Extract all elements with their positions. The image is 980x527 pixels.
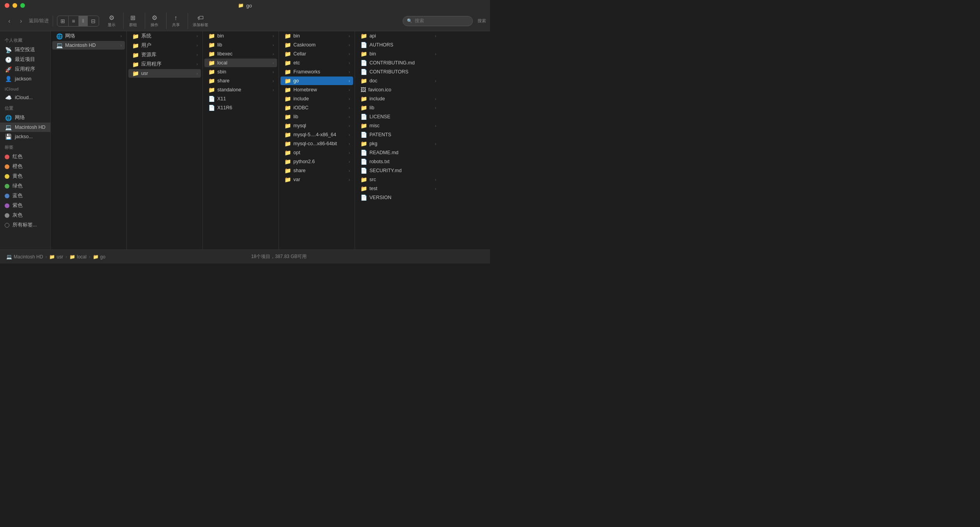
icloud-section-title: iCloud: [0, 84, 50, 93]
search-box[interactable]: 🔍 搜索: [403, 16, 473, 26]
add-tag-button[interactable]: 🏷 添加标签: [190, 13, 211, 29]
col2-user[interactable]: 📁 用户 ›: [128, 41, 201, 50]
col3-lib[interactable]: 📁 lib ›: [204, 41, 277, 49]
col4-var[interactable]: 📁 var ›: [281, 175, 353, 184]
col4-homebrew[interactable]: 📁 Homebrew ›: [281, 85, 353, 94]
group-menu-button[interactable]: ⊞ 群组: [125, 12, 141, 29]
blue-tag-dot: [5, 194, 9, 198]
sidebar-item-applications[interactable]: 🚀 应用程序: [0, 64, 50, 74]
col5-CONTRIBUTING[interactable]: 📄 CONTRIBUTING.md: [357, 59, 439, 67]
col3-X11[interactable]: 📄 X11: [204, 94, 277, 103]
col5-doc[interactable]: 📁 doc ›: [357, 77, 439, 85]
col5-lib[interactable]: 📁 lib ›: [357, 103, 439, 112]
forward-button[interactable]: ›: [16, 16, 27, 27]
breadcrumb-local[interactable]: 📁 local: [69, 254, 87, 260]
bin-icon: 📁: [208, 33, 215, 39]
sidebar-item-macintosh-hd[interactable]: 💻 Macintosh HD: [0, 123, 50, 132]
col4-include[interactable]: 📁 include ›: [281, 94, 353, 103]
sidebar-item-jackso[interactable]: 💾 jackso...: [0, 132, 50, 141]
close-button[interactable]: [5, 3, 9, 8]
minimize-button[interactable]: [12, 3, 17, 8]
col5-pkg[interactable]: 📁 pkg ›: [357, 139, 439, 148]
col5-favicon[interactable]: 🖼 favicon.ico: [357, 85, 439, 94]
col2-usr[interactable]: 📁 usr ›: [128, 69, 201, 78]
col5-SECURITY[interactable]: 📄 SECURITY.md: [357, 166, 439, 175]
sidebar-tag-red[interactable]: 红色: [0, 152, 50, 162]
local-chevron: ›: [273, 61, 274, 65]
view-column-button[interactable]: ⫴: [79, 16, 88, 26]
var-name: var: [293, 177, 346, 182]
col4-frameworks[interactable]: 📁 Frameworks ›: [281, 68, 353, 76]
col4-caskroom[interactable]: 📁 Caskroom ›: [281, 41, 353, 49]
sidebar-item-recents[interactable]: 🕐 最近项目: [0, 55, 50, 64]
include-name: include: [293, 96, 346, 101]
usr-chevron: ›: [197, 71, 198, 76]
col3-X11R6[interactable]: 📄 X11R6: [204, 103, 277, 112]
col4-python2[interactable]: 📁 python2.6 ›: [281, 157, 353, 166]
col5-bin[interactable]: 📁 bin ›: [357, 50, 439, 58]
sidebar-item-network[interactable]: 🌐 网络: [0, 113, 50, 123]
col5-CONTRIBUTORS[interactable]: 📄 CONTRIBUTORS: [357, 68, 439, 76]
sidebar-item-airdrop[interactable]: 📡 隔空投送: [0, 45, 50, 55]
display-menu-button[interactable]: ⚙ 显示: [104, 12, 119, 29]
col5-robots[interactable]: 📄 robots.txt: [357, 157, 439, 166]
col3-share[interactable]: 📁 share ›: [204, 77, 277, 85]
col5-README[interactable]: 📄 README.md: [357, 148, 439, 157]
sidebar-tag-blue[interactable]: 蓝色: [0, 191, 50, 201]
col1-network[interactable]: 🌐 网络 ›: [52, 32, 125, 41]
sidebar-tag-yellow[interactable]: 黄色: [0, 171, 50, 181]
col2-library[interactable]: 📁 资源库 ›: [128, 50, 201, 59]
contributing-name: CONTRIBUTING.md: [369, 60, 436, 66]
col5-PATENTS[interactable]: 📄 PATENTS: [357, 130, 439, 139]
col4-mysqlco[interactable]: 📁 mysql-co...x86-64bit ›: [281, 139, 353, 148]
col4-lib[interactable]: 📁 lib ›: [281, 112, 353, 121]
api-icon: 📁: [360, 33, 367, 39]
col2-applications[interactable]: 📁 应用程序 ›: [128, 60, 201, 69]
col4-go[interactable]: 📁 go ›: [281, 77, 353, 85]
back-button[interactable]: ‹: [4, 16, 15, 27]
col5-test[interactable]: 📁 test ›: [357, 184, 439, 193]
share-button[interactable]: ↑ 共享: [168, 13, 184, 29]
col1-macintosh-hd[interactable]: 💻 Macintosh HD ›: [52, 41, 125, 50]
col3-sbin[interactable]: 📁 sbin ›: [204, 68, 277, 76]
col4-opt[interactable]: 📁 opt ›: [281, 148, 353, 157]
col5-src[interactable]: 📁 src ›: [357, 175, 439, 184]
sidebar-item-icloud[interactable]: ☁️ iCloud...: [0, 93, 50, 102]
sidebar-tag-orange[interactable]: 橙色: [0, 162, 50, 171]
sidebar-tag-all[interactable]: 所有标签...: [0, 220, 50, 230]
sidebar-tag-green[interactable]: 绿色: [0, 181, 50, 191]
breadcrumb-go[interactable]: 📁 go: [93, 254, 105, 260]
sidebar-item-jackson[interactable]: 👤 jackson: [0, 74, 50, 84]
col3-libexec[interactable]: 📁 libexec ›: [204, 50, 277, 58]
col4-cellar[interactable]: 📁 Cellar ›: [281, 50, 353, 58]
col2-system[interactable]: 📁 系统 ›: [128, 32, 201, 41]
view-gallery-button[interactable]: ⊟: [88, 16, 99, 26]
col4-bin[interactable]: 📁 bin ›: [281, 32, 353, 40]
col4-etc[interactable]: 📁 etc ›: [281, 59, 353, 67]
var-icon: 📁: [284, 176, 291, 183]
col3-local[interactable]: 📁 local ›: [204, 59, 277, 67]
col5-include[interactable]: 📁 include ›: [357, 94, 439, 103]
col3-standalone[interactable]: 📁 standalone ›: [204, 85, 277, 94]
breadcrumb-usr[interactable]: 📁 usr: [49, 254, 63, 260]
col5-AUTHORS[interactable]: 📄 AUTHORS: [357, 41, 439, 49]
col5-api[interactable]: 📁 api ›: [357, 32, 439, 40]
col5-misc[interactable]: 📁 misc ›: [357, 121, 439, 130]
action-menu-button[interactable]: ⚙ 操作: [147, 12, 162, 29]
opt-chevron: ›: [349, 151, 350, 155]
cellar-chevron: ›: [349, 52, 350, 56]
view-icon-button[interactable]: ⊞: [57, 16, 69, 26]
col4-share[interactable]: 📁 share ›: [281, 166, 353, 175]
col5-VERSION[interactable]: 📄 VERSION: [357, 193, 439, 202]
sidebar-tag-purple[interactable]: 紫色: [0, 201, 50, 210]
col3-bin[interactable]: 📁 bin ›: [204, 32, 277, 40]
view-list-button[interactable]: ≡: [69, 16, 78, 26]
column-3: 📁 bin › 📁 lib › 📁 libexec › 📁 local › 📁: [203, 31, 279, 249]
sidebar-tag-gray[interactable]: 灰色: [0, 210, 50, 220]
col4-iodbc[interactable]: 📁 iODBC ›: [281, 103, 353, 112]
col4-mysql[interactable]: 📁 mysql ›: [281, 121, 353, 130]
col4-mysql5[interactable]: 📁 mysql-5....4-x86_64 ›: [281, 130, 353, 139]
col5-LICENSE[interactable]: 📄 LICENSE: [357, 112, 439, 121]
breadcrumb-macintosh-hd[interactable]: 💻 Macintosh HD: [6, 254, 43, 260]
maximize-button[interactable]: [20, 3, 25, 8]
